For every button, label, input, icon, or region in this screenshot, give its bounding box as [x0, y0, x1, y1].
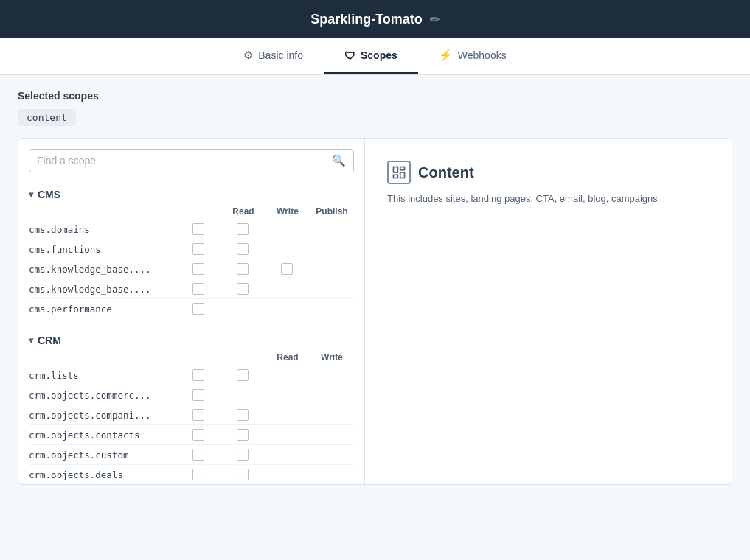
- read-cell: [176, 469, 221, 480]
- scope-badge-content: content: [18, 109, 76, 126]
- write-cell: [221, 409, 265, 421]
- read-cell: [176, 223, 221, 235]
- shield-icon: 🛡: [344, 49, 355, 62]
- crm-chevron-icon[interactable]: ▾: [29, 335, 33, 346]
- write-cell: [221, 243, 265, 255]
- svg-rect-0: [394, 167, 398, 173]
- edit-icon[interactable]: ✏: [430, 13, 440, 27]
- write-checkbox[interactable]: [237, 429, 249, 441]
- scope-name: crm.objects.custom: [29, 449, 176, 461]
- right-pane: Content This includes sites, landing pag…: [365, 139, 732, 484]
- read-checkbox[interactable]: [192, 243, 204, 255]
- scope-name: crm.objects.commerc...: [29, 390, 176, 401]
- read-cell: [176, 449, 221, 461]
- table-row: crm.objects.deals: [29, 465, 354, 484]
- selected-scopes-label: Selected scopes: [18, 90, 732, 102]
- read-cell: [176, 283, 221, 295]
- top-bar: Sparkling-Tomato ✏: [0, 0, 750, 38]
- scope-name: crm.objects.deals: [29, 469, 176, 480]
- read-checkbox[interactable]: [192, 429, 204, 441]
- search-bar: 🔍: [18, 139, 364, 180]
- main-panel: 🔍 ▾ CMS Read Write Publish cms.domains: [18, 138, 732, 485]
- write-checkbox[interactable]: [237, 263, 249, 275]
- page-content: Selected scopes content 🔍 ▾ CMS Read Wri…: [0, 75, 750, 500]
- content-icon: [387, 161, 411, 184]
- svg-rect-1: [400, 167, 405, 170]
- table-row: cms.domains: [29, 220, 354, 239]
- read-checkbox[interactable]: [192, 263, 204, 275]
- content-panel-description: This includes sites, landing pages, CTA,…: [387, 192, 709, 207]
- write-cell: [221, 469, 265, 480]
- write-checkbox[interactable]: [237, 409, 249, 421]
- scope-name: cms.performance: [29, 304, 176, 315]
- publish-checkbox[interactable]: [281, 263, 293, 275]
- cms-label: CMS: [38, 189, 60, 200]
- table-row: crm.objects.custom: [29, 445, 354, 465]
- tab-basic-info-label: Basic info: [258, 49, 303, 61]
- publish-cell: [265, 263, 309, 275]
- write-cell: [221, 263, 265, 275]
- write-checkbox[interactable]: [237, 223, 249, 235]
- read-checkbox[interactable]: [192, 409, 204, 421]
- scope-name: crm.objects.compani...: [29, 410, 176, 421]
- scope-name: cms.knowledge_base....: [29, 284, 176, 295]
- read-cell: [176, 409, 221, 421]
- write-checkbox[interactable]: [237, 369, 249, 381]
- tab-scopes-label: Scopes: [361, 49, 397, 61]
- scope-name: cms.functions: [29, 244, 176, 255]
- write-checkbox[interactable]: [237, 449, 249, 461]
- cms-section-header: ▾ CMS: [18, 180, 364, 205]
- read-cell: [176, 429, 221, 441]
- nav-tabs: ⚙ Basic info 🛡 Scopes ⚡ Webhooks: [0, 38, 750, 75]
- scope-name: crm.objects.contacts: [29, 430, 176, 441]
- read-cell: [176, 389, 221, 401]
- table-row: cms.performance: [29, 299, 354, 318]
- scope-name: cms.knowledge_base....: [29, 264, 176, 275]
- svg-rect-2: [400, 172, 405, 178]
- app-title: Sparkling-Tomato: [310, 12, 423, 27]
- scope-name: cms.domains: [29, 224, 176, 235]
- read-checkbox[interactable]: [192, 223, 204, 235]
- crm-col-write: Write: [310, 352, 354, 363]
- cms-scope-rows: cms.domains cms.functions cms.knowledge_…: [18, 220, 364, 318]
- read-checkbox[interactable]: [192, 283, 204, 295]
- read-checkbox[interactable]: [192, 303, 204, 315]
- crm-label: CRM: [38, 335, 61, 346]
- tab-webhooks[interactable]: ⚡ Webhooks: [418, 38, 527, 74]
- read-checkbox[interactable]: [192, 389, 204, 401]
- table-row: cms.knowledge_base....: [29, 259, 354, 279]
- left-pane: 🔍 ▾ CMS Read Write Publish cms.domains: [18, 139, 365, 484]
- tab-webhooks-label: Webhooks: [458, 49, 507, 61]
- read-checkbox[interactable]: [192, 469, 204, 480]
- svg-rect-3: [394, 175, 398, 178]
- table-row: crm.objects.contacts: [29, 425, 354, 445]
- table-row: cms.functions: [29, 239, 354, 259]
- gear-icon: ⚙: [243, 49, 253, 62]
- table-row: crm.objects.compani...: [29, 405, 354, 425]
- write-cell: [221, 283, 265, 295]
- content-title-row: Content: [387, 161, 709, 184]
- table-row: cms.knowledge_base....: [29, 279, 354, 299]
- cms-col-publish: Publish: [310, 206, 354, 217]
- search-icon: 🔍: [332, 154, 346, 167]
- write-checkbox[interactable]: [237, 283, 249, 295]
- table-row: crm.objects.commerc...: [29, 385, 354, 405]
- read-checkbox[interactable]: [192, 449, 204, 461]
- write-cell: [221, 449, 265, 461]
- write-checkbox[interactable]: [237, 243, 249, 255]
- crm-section-header: ▾ CRM: [18, 326, 364, 351]
- scope-name: crm.lists: [29, 370, 176, 381]
- read-checkbox[interactable]: [192, 369, 204, 381]
- cms-chevron-icon[interactable]: ▾: [29, 189, 33, 200]
- tab-basic-info[interactable]: ⚙ Basic info: [223, 38, 324, 74]
- write-cell: [221, 223, 265, 235]
- tab-scopes[interactable]: 🛡 Scopes: [324, 38, 418, 74]
- cms-col-read: Read: [221, 206, 265, 217]
- table-row: crm.lists: [29, 365, 354, 385]
- write-checkbox[interactable]: [237, 469, 249, 480]
- search-input[interactable]: [37, 155, 327, 167]
- write-cell: [221, 429, 265, 441]
- crm-column-headers: Read Write: [18, 351, 364, 365]
- read-cell: [176, 243, 221, 255]
- read-cell: [176, 263, 221, 275]
